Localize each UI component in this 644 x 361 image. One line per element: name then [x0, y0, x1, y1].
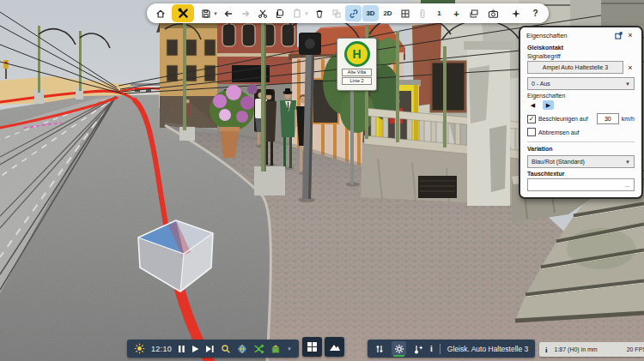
speed-input[interactable]: [597, 113, 619, 124]
popout-icon: [615, 32, 623, 39]
save-menu-caret[interactable]: ▼: [212, 11, 219, 16]
sun-icon[interactable]: [134, 343, 145, 354]
group-button[interactable]: [328, 5, 344, 21]
screenshot-button[interactable]: [483, 5, 504, 21]
info-button[interactable]: i: [430, 344, 433, 353]
tauschtextur-label: Tauschtextur: [527, 171, 635, 177]
home-button[interactable]: [152, 5, 168, 21]
wall-grate: [418, 176, 457, 198]
resource-box-icon[interactable]: [270, 344, 281, 354]
shuffle-icon[interactable]: [253, 344, 264, 354]
group-objects-icon: [331, 9, 342, 19]
pole-base: [254, 166, 285, 196]
layers-button[interactable]: [465, 5, 482, 21]
help-button[interactable]: ?: [527, 5, 544, 21]
view-2d-button[interactable]: 2D: [380, 5, 396, 21]
brake-checkbox[interactable]: [527, 128, 536, 136]
track-signal-icon[interactable]: [413, 344, 423, 354]
zoom-icon[interactable]: [221, 344, 231, 354]
skip-button[interactable]: [205, 345, 215, 353]
settings-button[interactable]: [392, 341, 406, 356]
grid-icon: [400, 9, 410, 19]
pole-shade: [264, 12, 265, 171]
eigenschaften-label: Eigenschaften: [527, 93, 635, 99]
add-layer-button[interactable]: +: [448, 5, 465, 21]
playback-bar: 12:10 ▼: [127, 340, 299, 358]
terrain-button[interactable]: [325, 337, 344, 357]
next-arrow-button[interactable]: ▶: [543, 100, 554, 110]
fps-readout: 20 FPS: [627, 346, 644, 352]
clock-time: 12:10: [151, 345, 172, 353]
grid-view-button[interactable]: [397, 5, 413, 21]
tools-status-bar: i Gleisk. Auto Haltestelle 3: [368, 340, 535, 358]
trash-icon: [314, 9, 325, 19]
separator: [440, 344, 440, 354]
divider: [527, 141, 635, 142]
link-mode-button[interactable]: [345, 5, 361, 21]
camera-icon: [488, 9, 499, 19]
save-icon: [201, 9, 211, 19]
link-icon: [349, 9, 359, 19]
panel-title: Eigenschaften: [526, 32, 615, 39]
effects-button[interactable]: [505, 5, 526, 21]
layer-number-button[interactable]: 1: [431, 5, 447, 21]
signal-state-dropdown[interactable]: 0 - Aus▼: [527, 77, 635, 90]
signalbegriff-label: Signalbegriff: [527, 53, 635, 59]
sparkle-icon: [511, 9, 521, 19]
panel-close-button[interactable]: ×: [625, 31, 635, 39]
mountain-icon: [329, 342, 341, 352]
section-gleiskontakt: Gleiskontakt: [527, 45, 635, 51]
info-icon: i: [545, 346, 548, 354]
undo-button[interactable]: [220, 5, 236, 21]
edit-tools-button[interactable]: [172, 4, 194, 22]
scale-readout: 1:87 (H0) in mm: [555, 346, 627, 352]
accelerate-checkbox[interactable]: ✓: [527, 115, 536, 123]
chevron-down-icon: ▼: [625, 159, 630, 165]
play-button[interactable]: [191, 345, 199, 353]
view-3d-button[interactable]: 3D: [362, 5, 379, 21]
scissors-icon: [258, 9, 268, 19]
bus-stop-sign: H Alte Villa Linie 2: [337, 38, 377, 91]
pause-button[interactable]: [178, 345, 185, 353]
bus-stop-line-plaque: Linie 2: [342, 77, 372, 85]
gear-icon: [394, 344, 404, 354]
cut-button[interactable]: [254, 5, 270, 21]
scale-status-bar: i 1:87 (H0) in mm 20 FPS: [539, 342, 644, 357]
signal-select-button[interactable]: Ampel Auto Haltestelle 3: [527, 61, 623, 74]
layout-grid-button[interactable]: [302, 337, 322, 357]
crossed-tools-icon: [178, 8, 189, 19]
ruler-button[interactable]: [414, 5, 430, 21]
bus-stop-h-symbol: H: [344, 41, 370, 67]
delete-button[interactable]: [311, 5, 327, 21]
texture-browse-button[interactable]: …: [621, 182, 634, 188]
speed-unit: km/h: [622, 116, 635, 122]
prev-arrow-button[interactable]: ◀: [527, 100, 538, 110]
selected-object-status: Gleisk. Auto Haltestelle 3: [447, 345, 529, 353]
accelerate-label: Beschleunigen auf: [538, 116, 588, 122]
home-icon: [155, 9, 166, 19]
properties-panel: Eigenschaften × Gleiskontakt Signalbegri…: [519, 26, 643, 199]
paste-menu-caret[interactable]: ▼: [303, 11, 310, 16]
resource-caret[interactable]: ▼: [287, 346, 292, 352]
texture-input[interactable]: [528, 179, 621, 190]
bus-stop-name-plaque: Alte Villa: [342, 69, 372, 76]
copy-icon: [275, 9, 285, 19]
copy-button[interactable]: [271, 5, 288, 21]
back-arrow-icon: [223, 9, 234, 19]
stone-pillar: [464, 41, 513, 206]
eep-editor-window: H Alte Villa Linie 2 ▼ ▼ 3D 2D 1 +: [0, 0, 644, 361]
variation-label: Variation: [527, 146, 635, 152]
chevron-down-icon: ▼: [625, 81, 630, 87]
grid-panes-icon: [307, 341, 318, 352]
signal-clear-button[interactable]: ×: [626, 63, 635, 72]
redo-button[interactable]: [237, 5, 253, 21]
globe-icon[interactable]: [237, 344, 247, 354]
layers-icon: [469, 9, 479, 19]
ruler-icon: [417, 9, 428, 19]
panel-header: Eigenschaften ×: [520, 27, 641, 41]
variation-dropdown[interactable]: Blau/Rot (Standard)▼: [527, 155, 635, 168]
main-toolbar: ▼ ▼ 3D 2D 1 + ?: [147, 3, 549, 23]
brake-label: Abbremsen auf: [538, 129, 579, 135]
popout-icon[interactable]: [615, 32, 625, 39]
sort-arrows-icon[interactable]: [374, 344, 385, 354]
